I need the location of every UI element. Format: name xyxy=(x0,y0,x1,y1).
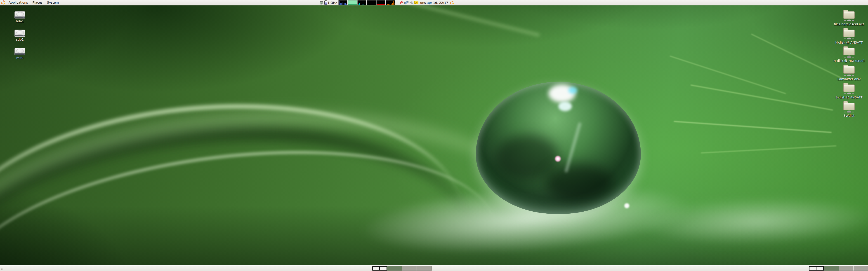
folder-shape xyxy=(843,103,855,110)
panel-drag-handle[interactable] xyxy=(434,266,436,270)
icon-label: md0 xyxy=(16,56,23,60)
multiload-graph-cpu[interactable] xyxy=(338,0,347,5)
graph-bars xyxy=(367,0,376,5)
graph-fill-bottom xyxy=(348,4,357,5)
graph-bar xyxy=(347,3,347,5)
workspace-1[interactable] xyxy=(809,266,824,271)
drive-pins xyxy=(21,17,24,18)
droplet-dark-reflection xyxy=(496,135,559,180)
wallpaper-leaf-edge-mist-2 xyxy=(587,181,868,261)
drive-platter xyxy=(16,30,24,35)
icon-label: H-disk @ ANSATT xyxy=(835,41,863,44)
network-folder-icon xyxy=(843,9,855,22)
clock-applet[interactable]: ons apr 16, 22:17 xyxy=(420,1,449,4)
desktop-icon-Labvakter-disk[interactable]: Labvakter-disk xyxy=(828,64,868,83)
multiload-applet[interactable] xyxy=(338,0,395,5)
panel-drag-handle[interactable] xyxy=(1,266,2,270)
multiload-graph-swap[interactable] xyxy=(367,0,376,5)
workspace-4[interactable] xyxy=(853,266,868,271)
cpu-chip-icon xyxy=(319,1,324,5)
workspace-switcher xyxy=(809,266,868,271)
graph-bar xyxy=(359,4,359,5)
workspace-4[interactable] xyxy=(416,266,432,271)
workspace-2[interactable] xyxy=(387,266,402,271)
ubuntu-logo-icon[interactable] xyxy=(1,0,5,5)
multiload-graph-network[interactable] xyxy=(358,0,366,5)
menu-system[interactable]: System xyxy=(45,0,61,5)
graph-bar xyxy=(345,3,346,5)
wallpaper-leaf-stem xyxy=(342,0,540,37)
applet-drag-handle[interactable] xyxy=(396,1,398,4)
desktop-icons-right: files.haraldseid.net H-disk @ ANSATT xyxy=(828,9,868,119)
bottom-panel xyxy=(0,265,868,271)
cpufreq-label: 1 GHz xyxy=(328,1,337,4)
graph-bar xyxy=(392,4,392,5)
menu-places[interactable]: Places xyxy=(30,0,45,5)
wallpaper-leaf-vein xyxy=(674,121,832,133)
workspace-window xyxy=(819,266,824,271)
red-alert-icon[interactable] xyxy=(399,1,403,5)
graph-bar xyxy=(363,4,363,5)
graph-fill-bottom xyxy=(377,4,385,5)
droplet-dark-reflection xyxy=(545,164,613,202)
graph-bar xyxy=(393,1,394,5)
graph-bar xyxy=(339,3,339,5)
desktop-icon-S-disk @ ANSATT[interactable]: S-disk @ ANSATT xyxy=(828,83,868,101)
drive-pins xyxy=(21,54,24,54)
desktop-icon-hda1[interactable]: hda1 xyxy=(2,11,37,30)
workspace-3[interactable] xyxy=(402,266,417,271)
graph-bar xyxy=(394,3,395,5)
wallpaper xyxy=(0,0,868,271)
menu-applications[interactable]: Applications xyxy=(6,0,30,5)
graph-bar xyxy=(341,3,342,5)
desktop-icon-md0[interactable]: md0 xyxy=(2,48,37,66)
multiload-graph-memory[interactable] xyxy=(348,0,357,5)
wallpaper-water-droplet xyxy=(476,82,641,214)
network-connector xyxy=(844,74,854,76)
ubuntu-tray-logo-icon[interactable] xyxy=(450,1,454,4)
icon-label: H-disk @ HIG (stud) xyxy=(833,59,865,63)
graph-bar xyxy=(343,3,343,5)
multiload-graph-load[interactable] xyxy=(376,0,385,5)
workspace-2[interactable] xyxy=(824,266,839,271)
network-folder-icon xyxy=(843,28,855,40)
icon-label: sdb1 xyxy=(16,38,24,41)
graph-bar xyxy=(389,4,390,5)
hard-drive-icon xyxy=(14,11,25,19)
desktop-icon-sdb1[interactable]: sdb1 xyxy=(2,30,37,48)
notes-icon[interactable] xyxy=(414,1,418,5)
workspace-1[interactable] xyxy=(372,266,387,271)
graph-bars xyxy=(339,0,347,5)
graph-bar xyxy=(339,4,339,5)
graph-bar xyxy=(392,4,392,5)
wallpaper-leaf-ridge-highlight-2 xyxy=(0,124,508,271)
graph-bar xyxy=(393,3,393,5)
network-connector xyxy=(844,37,854,40)
wallpaper-leaf-ridge-shadow xyxy=(0,104,485,271)
desktop-icon-H-disk @ ANSATT[interactable]: H-disk @ ANSATT xyxy=(828,28,868,46)
workspace-3[interactable] xyxy=(839,266,854,271)
folder-shape xyxy=(843,84,855,92)
graph-bar xyxy=(340,2,340,5)
drive-platter xyxy=(16,12,24,16)
cpufreq-applet[interactable]: 1 GHz xyxy=(319,0,337,5)
desktop-icon-files.haraldseid.net[interactable]: files.haraldseid.net xyxy=(828,9,868,28)
drive-pins xyxy=(21,35,24,36)
folder-shape xyxy=(843,48,855,55)
network-monitor-icon[interactable] xyxy=(404,1,408,5)
network-folder-icon xyxy=(843,83,855,95)
folder-shape xyxy=(843,11,855,19)
graph-bar xyxy=(390,3,391,5)
network-connector xyxy=(844,55,854,58)
desktop-icon-H-disk @ HIG (stud)[interactable]: H-disk @ HIG (stud) xyxy=(828,46,868,64)
droplet-sparkle xyxy=(624,203,629,208)
volume-icon[interactable] xyxy=(409,1,413,5)
graph-bar xyxy=(360,4,360,5)
icon-label: hda1 xyxy=(16,20,24,23)
droplet-pink-glint xyxy=(555,156,561,162)
desktop-root: hda1 sdb1 md0 files.ha xyxy=(0,0,868,271)
droplet-highlight xyxy=(558,102,572,111)
desktop-icon-SWdist[interactable]: SWdist xyxy=(828,101,868,119)
multiload-graph-disk[interactable] xyxy=(386,0,395,5)
desktop-icons-left: hda1 sdb1 md0 xyxy=(2,11,37,66)
